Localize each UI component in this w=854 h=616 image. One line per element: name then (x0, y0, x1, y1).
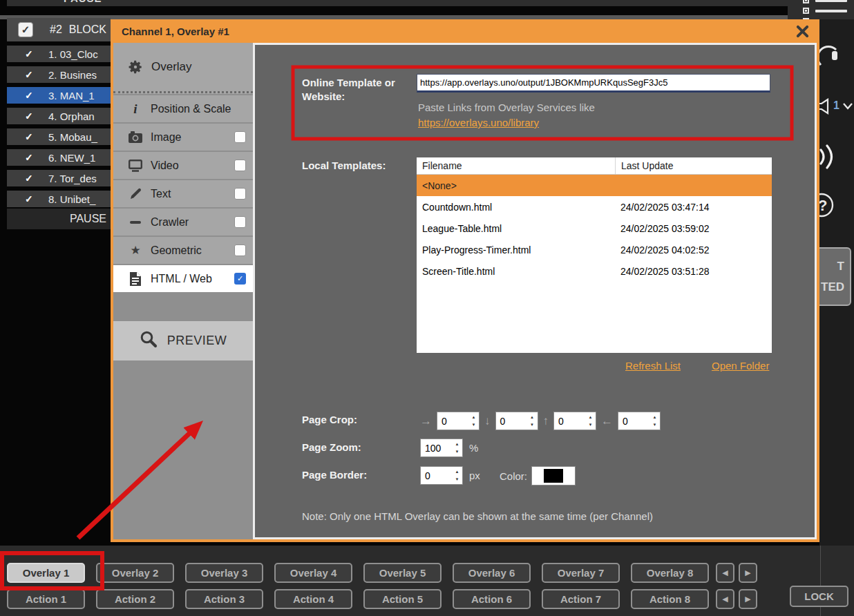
sidebar-item-overlay[interactable]: Overlay (113, 43, 253, 91)
overlay-3-button[interactable]: Overlay 3 (185, 563, 263, 583)
dialog-titlebar[interactable]: Channel 1, Overlay #1 (113, 19, 817, 43)
sidebar-item-html-web[interactable]: HTML / Web ✓ (113, 265, 253, 292)
overlays-library-link[interactable]: https://overlays.uno/library (418, 117, 539, 128)
video-checkbox[interactable] (234, 160, 246, 171)
crawler-checkbox[interactable] (234, 216, 246, 228)
crop-right-spinner[interactable]: 0▲▼ (437, 412, 480, 430)
overlay-6-button[interactable]: Overlay 6 (453, 563, 531, 583)
block-checkbox[interactable]: ✓ (18, 22, 33, 37)
overlay-7-button[interactable]: Overlay 7 (542, 563, 620, 583)
spinner-up[interactable]: ▲ (455, 470, 459, 474)
monitor-icon (127, 160, 144, 172)
image-checkbox[interactable] (234, 131, 246, 143)
spinner-down[interactable]: ▼ (653, 423, 657, 427)
geometric-checkbox[interactable] (234, 244, 246, 256)
spinner-down[interactable]: ▼ (455, 450, 459, 454)
playlist-item[interactable]: ✓8. Unibet_ (7, 191, 111, 207)
spinner-down[interactable]: ▼ (589, 423, 593, 427)
open-folder-link[interactable]: Open Folder (712, 360, 769, 372)
playlist-item[interactable]: ✓2. Busines (7, 66, 111, 83)
page-border-field: 0▲▼ px (420, 466, 480, 485)
table-row[interactable]: Screen-Title.html 24/02/2025 03:51:28 (417, 260, 772, 282)
action-1-button[interactable]: Action 1 (7, 589, 85, 609)
preview-button[interactable]: PREVIEW (113, 321, 253, 360)
action-4-button[interactable]: Action 4 (274, 589, 352, 609)
sidebar-filler (113, 360, 253, 539)
crop-left-spinner[interactable]: 0▲▼ (618, 412, 661, 430)
sidebar-item-video[interactable]: Video (113, 152, 253, 179)
spinner-down[interactable]: ▼ (455, 477, 459, 481)
paste-links-hint: Paste Links from Overlay Services like (418, 102, 595, 113)
overlay-1-button[interactable]: Overlay 1 (7, 563, 85, 583)
html-web-checkbox[interactable]: ✓ (234, 273, 246, 285)
playlist-item[interactable]: ✓5. Mobau_ (7, 128, 111, 145)
sidebar-spacer (113, 292, 253, 321)
check-icon: ✓ (25, 173, 36, 184)
spinner-up[interactable]: ▲ (530, 415, 534, 419)
table-row-selected[interactable]: <None> (417, 175, 772, 196)
table-row[interactable]: Play-Progress-Timer.html 24/02/2025 04:0… (417, 239, 772, 260)
lock-button[interactable]: LOCK (790, 586, 848, 607)
playlist-item[interactable]: ✓1. 03_Cloc (7, 46, 111, 62)
action-2-button[interactable]: Action 2 (96, 589, 174, 609)
table-header[interactable]: Filename Last Update (417, 157, 772, 175)
overlay-next-button[interactable]: ▶ (739, 563, 757, 583)
overlay-prev-button[interactable]: ◀ (716, 563, 734, 583)
spinner-down[interactable]: ▼ (530, 423, 534, 427)
table-row[interactable]: League-Table.html 24/02/2025 03:59:02 (417, 218, 772, 239)
spinner-up[interactable]: ▲ (455, 442, 459, 446)
overlay-4-button[interactable]: Overlay 4 (274, 563, 352, 583)
headset-icon[interactable] (818, 41, 839, 68)
playlist-pause-row[interactable]: PAUSE (7, 209, 111, 229)
dialog-sidebar: Overlay i Position & Scale Image (113, 43, 253, 539)
action-8-button[interactable]: Action 8 (631, 589, 709, 609)
playlist-item[interactable]: ✓7. Tor_des (7, 170, 111, 186)
refresh-list-link[interactable]: Refresh List (625, 360, 681, 372)
close-icon[interactable] (795, 23, 810, 39)
crop-up-spinner[interactable]: 0▲▼ (553, 412, 596, 430)
action-prev-button[interactable]: ◀ (716, 589, 734, 609)
column-last-update[interactable]: Last Update (615, 157, 772, 174)
overlay-5-button[interactable]: Overlay 5 (363, 563, 442, 583)
overlay-8-button[interactable]: Overlay 8 (631, 563, 709, 583)
sidebar-item-position-scale[interactable]: i Position & Scale (113, 95, 253, 122)
action-6-button[interactable]: Action 6 (453, 589, 531, 609)
text-checkbox[interactable] (234, 188, 246, 200)
page-zoom-spinner[interactable]: 100▲▼ (420, 439, 463, 457)
spinner-up[interactable]: ▲ (653, 415, 657, 419)
border-unit-label: px (469, 470, 480, 481)
online-template-input[interactable] (417, 74, 770, 93)
action-7-button[interactable]: Action 7 (542, 589, 620, 609)
sidebar-item-image[interactable]: Image (113, 124, 253, 151)
check-icon: ✓ (25, 69, 36, 80)
top-strip (7, 0, 854, 6)
star-icon: ★ (127, 243, 144, 258)
sidebar-item-text[interactable]: Text (113, 180, 253, 207)
playlist-item[interactable]: ✓6. NEW_1 (7, 149, 111, 166)
page-border-spinner[interactable]: 0▲▼ (420, 466, 463, 485)
action-5-button[interactable]: Action 5 (363, 589, 442, 609)
action-next-button[interactable]: ▶ (739, 589, 757, 609)
playlist-item[interactable]: ✓4. Orphan (7, 108, 111, 124)
sidebar-item-geometric[interactable]: ★ Geometric (113, 237, 253, 264)
overlay-2-button[interactable]: Overlay 2 (96, 563, 174, 583)
crop-down-spinner[interactable]: 0▲▼ (495, 412, 538, 430)
border-color-swatch[interactable] (531, 466, 576, 485)
sound-wave-icon[interactable] (818, 144, 837, 170)
spinner-down[interactable]: ▼ (472, 423, 476, 427)
spinner-up[interactable]: ▲ (589, 415, 593, 419)
block-name: BLOCK (69, 23, 106, 36)
playlist-block-header[interactable]: ✓ #2 BLOCK (7, 18, 111, 41)
spinner-up[interactable]: ▲ (472, 415, 476, 419)
column-filename[interactable]: Filename (417, 157, 615, 174)
partial-pause-label: PAUSE (64, 0, 119, 6)
sidebar-item-label: Overlay (151, 60, 192, 74)
check-icon: ✓ (25, 131, 36, 142)
chevron-down-icon[interactable] (843, 102, 853, 110)
table-row[interactable]: Countdown.html 24/02/2025 03:47:14 (417, 196, 772, 218)
playlist-item-selected[interactable]: ✓3. MAN_1 (7, 87, 111, 104)
action-3-button[interactable]: Action 3 (185, 589, 263, 609)
check-icon: ✓ (25, 152, 36, 163)
action-button-row: Action 1 Action 2 Action 3 Action 4 Acti… (7, 589, 757, 609)
sidebar-item-crawler[interactable]: Crawler (113, 209, 253, 235)
